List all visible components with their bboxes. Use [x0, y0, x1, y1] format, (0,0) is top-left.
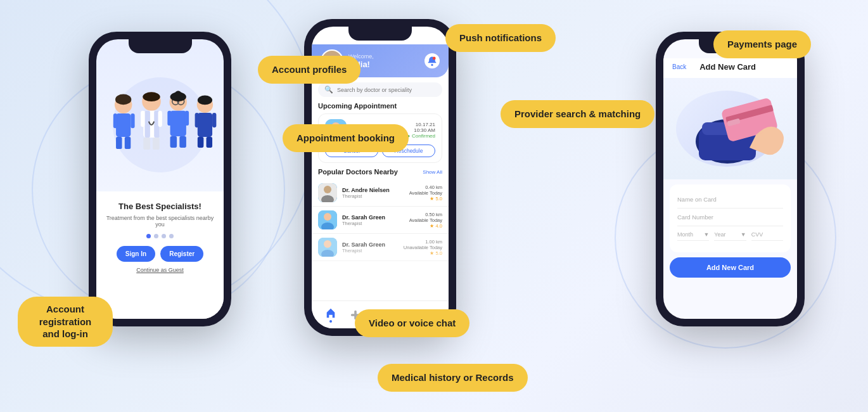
svg-rect-28	[197, 113, 212, 137]
payment-illustration	[663, 78, 797, 179]
bubble-provider-search: Provider search & matching	[501, 100, 654, 128]
nearby-doc2-info: Dr. Sarah Green Therapist	[342, 214, 404, 226]
cvv-field[interactable]: CVV	[751, 231, 783, 241]
nearby-doc3-role: Therapist	[342, 248, 399, 254]
appointment-date: 10.17.21	[407, 122, 435, 127]
phone1-title: The Best Specialists!	[118, 202, 201, 211]
pagination-dots	[146, 234, 174, 238]
svg-point-42	[324, 186, 331, 193]
nearby-doc3-rating: ★ 5.0	[404, 250, 442, 256]
bubble-appointment-booking: Appointment booking	[283, 124, 409, 152]
svg-rect-5	[131, 113, 134, 128]
nearby-doc2-role: Therapist	[342, 221, 404, 226]
phone1-frame: The Best Specialists! Treatment from the…	[89, 32, 231, 326]
nearby-doc3-avail: Unavailable Today	[404, 245, 442, 250]
dot-4	[169, 234, 174, 238]
month-select[interactable]: Month ▼	[677, 231, 709, 241]
svg-rect-14	[158, 111, 162, 127]
nearby-doc1-avatar	[318, 183, 337, 202]
welcome-text: Welcome,	[348, 53, 424, 60]
phone2-notch	[348, 27, 412, 41]
svg-rect-11	[143, 138, 150, 150]
svg-point-26	[174, 91, 181, 98]
nearby-doc3-name: Dr. Sarah Green	[342, 241, 399, 248]
dot-3	[162, 234, 166, 238]
nearby-doctor-1[interactable]: Dr. Andre Nielsen Therapist 0.40 km Avai…	[312, 179, 449, 207]
phone1-notch	[129, 39, 192, 53]
nearby-doc2-avatar	[318, 210, 337, 229]
phone1-text-section: The Best Specialists! Treatment from the…	[96, 191, 224, 319]
phone3-frame: Back Add New Card	[656, 32, 805, 326]
svg-point-15	[143, 92, 160, 101]
show-all-link[interactable]: Show All	[423, 169, 442, 175]
card-form: Name on Card Card Number Month ▼ Year ▼ …	[670, 184, 791, 252]
nearby-doc1-distance: 0.40 km	[409, 184, 442, 190]
nearby-doc2-distance: 0.50 km	[409, 212, 442, 217]
svg-rect-29	[197, 137, 203, 148]
nearby-doc1-info: Dr. Andre Nielsen Therapist	[342, 187, 404, 199]
phone3-header: Back Add New Card	[663, 58, 797, 78]
upcoming-section-title: Upcoming Appointment	[312, 102, 449, 113]
svg-rect-12	[153, 138, 160, 150]
svg-point-6	[115, 94, 131, 105]
bubble-account-registration: Account registration and log-in	[18, 297, 113, 347]
guest-link[interactable]: Continue as Guest	[136, 267, 184, 273]
svg-rect-1	[116, 113, 131, 137]
svg-rect-30	[206, 137, 212, 148]
phone1-screen: The Best Specialists! Treatment from the…	[96, 39, 224, 319]
search-input[interactable]	[337, 87, 436, 93]
bubble-medical-history: Medical history or Records	[378, 364, 528, 392]
back-button[interactable]: Back	[672, 63, 686, 70]
nearby-doc2-name: Dr. Sarah Green	[342, 214, 404, 221]
bubble-push-notifications: Push notifications	[445, 24, 556, 52]
svg-point-45	[324, 213, 331, 221]
name-on-card-field[interactable]: Name on Card	[677, 191, 783, 209]
nearby-doc3-meta: 1.00 km Unavailable Today ★ 5.0	[404, 239, 442, 256]
nearby-doc1-name: Dr. Andre Nielsen	[342, 187, 404, 193]
svg-rect-2	[116, 137, 122, 149]
bubble-video-chat: Video or voice chat	[355, 309, 469, 337]
svg-rect-32	[212, 113, 216, 127]
bubble-payments-page: Payments page	[713, 30, 811, 58]
auth-buttons: Sign In Register	[117, 246, 203, 262]
nearby-doc1-avail: Available Today	[409, 190, 442, 196]
appointment-status: ● Confirmed	[407, 133, 435, 139]
card-details-row: Month ▼ Year ▼ CVV	[677, 226, 783, 246]
svg-rect-3	[124, 137, 131, 149]
svg-rect-17	[170, 111, 186, 136]
nearby-doc2-meta: 0.50 km Available Today ★ 4.0	[409, 212, 442, 229]
notification-bell[interactable]	[424, 53, 440, 68]
svg-rect-13	[141, 111, 144, 127]
svg-rect-18	[170, 136, 177, 148]
nearby-doctor-3[interactable]: Dr. Sarah Green Therapist 1.00 km Unavai…	[312, 234, 449, 261]
page-title: Add New Card	[699, 62, 756, 72]
nearby-doc1-rating: ★ 5.0	[409, 196, 442, 202]
add-card-button[interactable]: Add New Card	[670, 257, 791, 278]
register-button[interactable]: Register	[160, 246, 203, 262]
svg-rect-20	[167, 111, 171, 126]
card-number-field[interactable]: Card Number	[677, 209, 783, 226]
bubble-account-profiles: Account profiles	[258, 56, 361, 84]
phone1-illustration	[106, 65, 214, 191]
svg-point-48	[324, 240, 331, 248]
search-bar[interactable]: 🔍	[318, 82, 442, 97]
nearby-doc3-info: Dr. Sarah Green Therapist	[342, 241, 399, 254]
year-select[interactable]: Year ▼	[714, 231, 746, 241]
phone3-screen: Back Add New Card	[663, 39, 797, 319]
svg-rect-4	[113, 113, 117, 128]
nearby-doc1-role: Therapist	[342, 193, 404, 199]
svg-point-36	[431, 64, 433, 66]
nearby-doc1-meta: 0.40 km Available Today ★ 5.0	[409, 184, 442, 202]
nearby-title: Popular Doctors Nearby	[318, 168, 398, 176]
nearby-doctor-2[interactable]: Dr. Sarah Green Therapist 0.50 km Availa…	[312, 207, 449, 234]
svg-rect-9	[144, 111, 150, 138]
nearby-doc2-rating: ★ 4.0	[409, 223, 442, 229]
nav-home[interactable]	[325, 307, 336, 323]
svg-rect-31	[195, 113, 198, 127]
dot-1	[146, 234, 151, 238]
nearby-doc3-avatar	[318, 238, 337, 257]
signin-button[interactable]: Sign In	[117, 246, 155, 262]
svg-rect-21	[184, 111, 188, 126]
nearby-doc3-distance: 1.00 km	[404, 239, 442, 245]
svg-point-37	[433, 57, 436, 60]
